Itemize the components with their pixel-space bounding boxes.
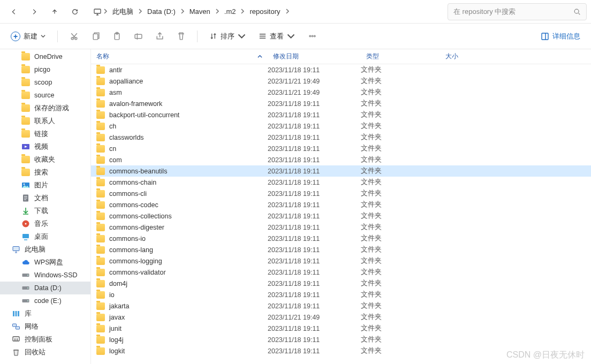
table-row[interactable]: commons-logging2023/11/18 19:11文件夹	[91, 255, 591, 267]
row-date: 2023/11/18 19:11	[268, 257, 361, 265]
crumb[interactable]: Data (D:)	[144, 6, 179, 17]
sidebar-item[interactable]: 此电脑	[0, 243, 90, 256]
row-date: 2023/11/18 19:11	[268, 246, 361, 254]
table-row[interactable]: log4j2023/11/18 19:11文件夹	[91, 334, 591, 345]
table-row[interactable]: jakarta2023/11/18 19:11文件夹	[91, 300, 591, 312]
forward-button[interactable]	[25, 3, 44, 20]
table-row[interactable]: commons-digester2023/11/18 19:11文件夹	[91, 222, 591, 233]
col-type[interactable]: 类型	[361, 52, 440, 61]
table-row[interactable]: cn2023/11/18 19:11文件夹	[91, 143, 591, 154]
table-row[interactable]: com2023/11/18 19:11文件夹	[91, 154, 591, 165]
sidebar-item-label: source	[34, 92, 55, 99]
row-name: javax	[109, 314, 125, 321]
chevron-right-icon	[138, 8, 143, 16]
sidebar-item[interactable]: WPS网盘	[0, 256, 90, 269]
col-name[interactable]: 名称	[91, 52, 268, 61]
sidebar-item-label: 桌面	[34, 232, 48, 241]
crumb[interactable]: Maven	[186, 6, 214, 17]
sidebar-item[interactable]: code (E:)	[0, 294, 90, 307]
up-button[interactable]	[45, 3, 64, 20]
refresh-button[interactable]	[65, 3, 85, 20]
table-row[interactable]: javax2023/11/21 19:49文件夹	[91, 312, 591, 323]
table-row[interactable]: antlr2023/11/18 19:11文件夹	[91, 64, 591, 75]
table-row[interactable]: junit2023/11/18 19:11文件夹	[91, 323, 591, 334]
sidebar-item[interactable]: Data (D:)	[0, 282, 90, 294]
table-row[interactable]: io2023/11/18 19:11文件夹	[91, 289, 591, 300]
sidebar-item[interactable]: 视频	[0, 140, 90, 153]
sidebar-item[interactable]: Windows-SSD	[0, 269, 90, 282]
sidebar-item[interactable]: 控制面板	[0, 333, 90, 346]
table-row[interactable]: logkit2023/11/18 19:11文件夹	[91, 345, 591, 357]
new-button[interactable]: + 新建	[5, 27, 51, 46]
folder-icon	[96, 145, 105, 153]
sidebar-item[interactable]: OneDrive	[0, 50, 90, 63]
file-list[interactable]: antlr2023/11/18 19:11文件夹aopalliance2023/…	[91, 64, 591, 364]
more-button[interactable]	[302, 27, 322, 46]
share-button[interactable]	[150, 27, 169, 46]
sidebar-item[interactable]: 下载	[0, 204, 90, 217]
sidebar-item[interactable]: 链接	[0, 127, 90, 140]
sidebar-item[interactable]: 联系人	[0, 115, 90, 127]
row-date: 2023/11/18 19:11	[268, 100, 361, 108]
crumb[interactable]: repository	[246, 6, 283, 17]
table-row[interactable]: commons-codec2023/11/18 19:11文件夹	[91, 199, 591, 210]
table-row[interactable]: aopalliance2023/11/21 19:49文件夹	[91, 75, 591, 87]
table-row[interactable]: asm2023/11/21 19:49文件夹	[91, 87, 591, 98]
sidebar-item[interactable]: 搜索	[0, 166, 90, 179]
table-row[interactable]: commons-chain2023/11/18 19:11文件夹	[91, 177, 591, 188]
table-row[interactable]: commons-lang2023/11/18 19:11文件夹	[91, 244, 591, 255]
down-icon	[21, 207, 30, 215]
details-button[interactable]: 详细信息	[535, 27, 586, 46]
crumb[interactable]: .m2	[221, 6, 239, 17]
crumb[interactable]: 此电脑	[109, 6, 137, 18]
table-row[interactable]: dom4j2023/11/18 19:11文件夹	[91, 278, 591, 289]
sidebar-item[interactable]: 回收站	[0, 346, 90, 359]
sidebar-item[interactable]: 网络	[0, 320, 90, 333]
row-name: junit	[109, 325, 122, 332]
sidebar-item[interactable]: 桌面	[0, 230, 90, 243]
sidebar-item[interactable]: 库	[0, 307, 90, 320]
svg-point-25	[27, 300, 28, 301]
row-date: 2023/11/18 19:11	[268, 224, 361, 231]
table-row[interactable]: avalon-framework2023/11/18 19:11文件夹	[91, 98, 591, 109]
sidebar-item[interactable]: 音乐	[0, 217, 90, 230]
row-type: 文件夹	[361, 324, 440, 333]
folder-icon	[96, 302, 105, 310]
folder-icon	[96, 246, 105, 254]
row-type: 文件夹	[361, 144, 440, 153]
paste-button[interactable]	[107, 27, 126, 46]
sidebar-item-label: 网络	[25, 322, 39, 331]
sidebar-item[interactable]: 收藏夹	[0, 153, 90, 166]
table-row[interactable]: classworlds2023/11/18 19:11文件夹	[91, 132, 591, 143]
sidebar-item[interactable]: 保存的游戏	[0, 102, 90, 115]
sort-button[interactable]: 排序	[204, 27, 251, 46]
copy-button[interactable]	[86, 27, 105, 46]
sidebar-item[interactable]: scoop	[0, 76, 90, 89]
sidebar-item[interactable]: picgo	[0, 63, 90, 76]
sidebar-item[interactable]: source	[0, 89, 90, 102]
table-row[interactable]: commons-cli2023/11/18 19:11文件夹	[91, 188, 591, 199]
table-row[interactable]: commons-collections2023/11/18 19:11文件夹	[91, 210, 591, 222]
table-row[interactable]: ch2023/11/18 19:11文件夹	[91, 120, 591, 132]
view-button[interactable]: 查看	[253, 27, 300, 46]
table-row[interactable]: commons-io2023/11/18 19:11文件夹	[91, 233, 591, 244]
sidebar-item[interactable]: 文档	[0, 192, 90, 204]
search-icon	[573, 8, 581, 16]
rename-button[interactable]	[128, 27, 148, 46]
back-button[interactable]	[4, 3, 24, 20]
table-row[interactable]: backport-util-concurrent2023/11/18 19:11…	[91, 109, 591, 120]
disk-icon	[21, 284, 30, 292]
folder-icon	[96, 134, 105, 141]
col-date[interactable]: 修改日期	[268, 52, 361, 61]
table-row[interactable]: commons-beanutils2023/11/18 19:11文件夹	[91, 165, 591, 177]
search-input[interactable]: 在 repository 中搜索	[448, 3, 587, 20]
sidebar-item[interactable]: 图片	[0, 179, 90, 192]
row-date: 2023/11/18 19:11	[268, 179, 361, 186]
cut-button[interactable]	[64, 27, 84, 46]
sidebar[interactable]: OneDrivepicgoscoopsource保存的游戏联系人链接视频收藏夹搜…	[0, 49, 91, 364]
bin-icon	[12, 348, 20, 357]
table-row[interactable]: commons-validator2023/11/18 19:11文件夹	[91, 267, 591, 278]
delete-button[interactable]	[171, 27, 191, 46]
col-size[interactable]: 大小	[440, 52, 494, 61]
breadcrumb[interactable]: 此电脑 Data (D:) Maven .m2 repository	[90, 3, 442, 20]
